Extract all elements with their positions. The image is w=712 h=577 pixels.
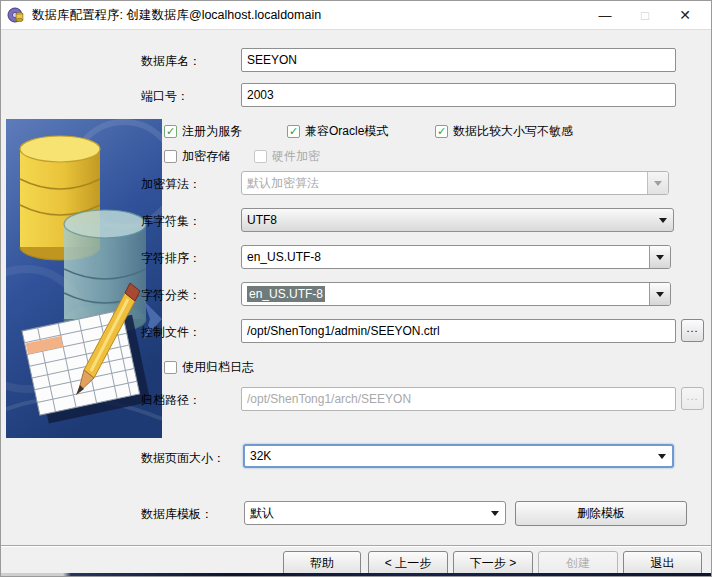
checkbox-label: 硬件加密 (272, 148, 320, 165)
template-combobox[interactable]: 默认 (244, 501, 506, 525)
page-size-combobox[interactable]: 32K (243, 444, 674, 468)
chevron-down-icon (652, 209, 673, 231)
port-label: 端口号： (141, 88, 189, 105)
char-class-label: 字符分类： (141, 287, 201, 304)
titlebar: 数据库配置程序: 创建数据库@localhost.localdomain — □… (1, 1, 711, 30)
checkbox-unchecked-icon (254, 150, 267, 163)
checkbox-label: 数据比较大小写不敏感 (453, 123, 573, 140)
minimize-icon[interactable]: — (585, 2, 625, 28)
close-icon[interactable]: ✕ (665, 2, 705, 28)
combobox-value: en_US.UTF-8 (242, 246, 649, 268)
chevron-down-icon[interactable] (651, 446, 672, 466)
delete-template-button[interactable]: 删除模板 (515, 501, 687, 526)
maximize-icon: □ (625, 2, 665, 28)
checkbox-checked-icon: ✓ (287, 125, 300, 138)
charset-label: 库字符集： (141, 213, 201, 230)
checkbox-register-service[interactable]: ✓ 注册为服务 (164, 123, 242, 140)
checkbox-label: 使用归档日志 (182, 359, 254, 376)
combobox-value: 32K (245, 446, 651, 466)
chevron-down-icon[interactable] (649, 283, 670, 305)
combobox-value: 默认加密算法 (242, 172, 647, 194)
control-file-label: 控制文件： (141, 324, 201, 341)
checkbox-case-insensitive[interactable]: ✓ 数据比较大小写不敏感 (435, 123, 573, 140)
db-name-input[interactable] (241, 48, 676, 72)
chevron-down-icon[interactable] (484, 502, 505, 524)
chevron-down-icon (647, 172, 668, 194)
checkbox-encrypt-storage[interactable]: 加密存储 (164, 148, 230, 165)
checkbox-checked-icon: ✓ (435, 125, 448, 138)
combobox-value: UTF8 (242, 209, 652, 231)
dialog-window: 数据库配置程序: 创建数据库@localhost.localdomain — □… (0, 0, 712, 577)
db-name-label: 数据库名： (141, 53, 201, 70)
checkbox-label: 注册为服务 (182, 123, 242, 140)
app-icon (7, 6, 25, 24)
checkbox-unchecked-icon (164, 361, 177, 374)
page-size-label: 数据页面大小： (141, 450, 225, 467)
collation-combobox[interactable]: en_US.UTF-8 (241, 245, 671, 269)
checkbox-archive-log[interactable]: 使用归档日志 (164, 359, 254, 376)
checkbox-hardware-encrypt: 硬件加密 (254, 148, 320, 165)
char-class-combobox[interactable]: en_US.UTF-8 (241, 282, 671, 306)
control-file-input[interactable] (241, 319, 676, 343)
checkbox-label: 兼容Oracle模式 (305, 123, 388, 140)
checkbox-unchecked-icon (164, 150, 177, 163)
checkbox-oracle-mode[interactable]: ✓ 兼容Oracle模式 (287, 123, 388, 140)
control-file-browse-button[interactable]: ... (681, 319, 704, 342)
separator (1, 545, 711, 547)
archive-path-browse-button: ... (681, 387, 704, 410)
archive-path-label: 归档路径： (141, 392, 201, 409)
selected-text: en_US.UTF-8 (247, 286, 325, 302)
desktop-edge (1, 573, 711, 576)
checkbox-label: 加密存储 (182, 148, 230, 165)
archive-path-input (241, 387, 676, 411)
template-label: 数据库模板： (141, 506, 213, 523)
combobox-value: en_US.UTF-8 (242, 283, 649, 305)
chevron-down-icon[interactable] (649, 246, 670, 268)
window-title: 数据库配置程序: 创建数据库@localhost.localdomain (32, 7, 585, 24)
charset-combobox[interactable]: UTF8 (241, 208, 674, 232)
collation-label: 字符排序： (141, 250, 201, 267)
port-input[interactable] (241, 83, 676, 107)
checkbox-checked-icon: ✓ (164, 125, 177, 138)
combobox-value: 默认 (245, 502, 484, 524)
database-illustration (6, 119, 162, 438)
window-controls: — □ ✕ (585, 2, 705, 28)
encrypt-algo-label: 加密算法： (141, 176, 201, 193)
encrypt-algo-combobox: 默认加密算法 (241, 171, 669, 195)
